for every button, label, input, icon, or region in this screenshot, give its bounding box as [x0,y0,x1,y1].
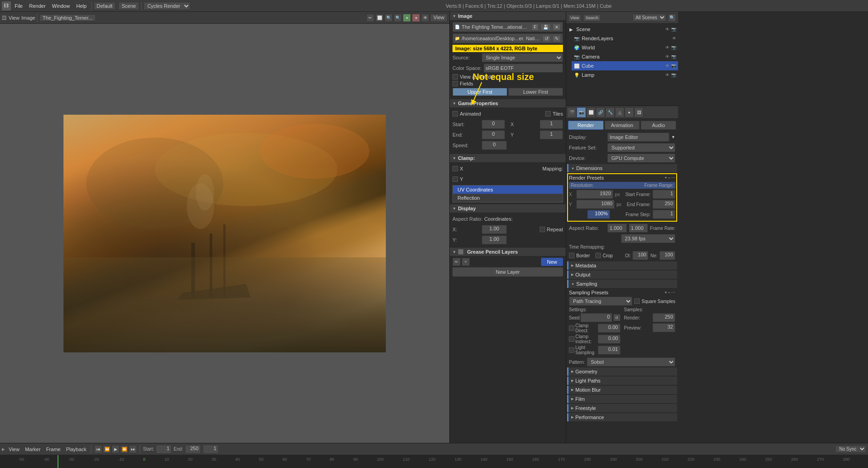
audio-subtab[interactable]: Audio [641,121,676,130]
presets-add-icon[interactable]: + [664,176,667,180]
outliner-item-cube[interactable]: ⬜ Cube 👁 📷 [572,61,678,70]
search-icon[interactable]: 🔍 [668,14,676,22]
view-timeline[interactable]: View [7,446,21,452]
upper-first-tab[interactable]: Upper First [452,88,507,96]
render-subtab[interactable]: Render [568,121,604,130]
path-tracing-select[interactable]: Path Tracing [569,297,632,306]
world-render[interactable]: 📷 [671,45,676,50]
engine-select[interactable]: Cycles Render [143,2,190,10]
light-paths-header[interactable]: ▶ Light Paths [567,377,677,385]
performance-header[interactable]: ▶ Performance [567,413,677,421]
object-tab[interactable]: ⬜ [586,107,595,117]
material-tab[interactable]: ● [625,107,634,117]
clamp-y-cb[interactable] [452,176,458,182]
scene-tab[interactable]: 🎬 [567,107,576,117]
source-select[interactable]: Single Image [482,53,563,62]
blender-icon[interactable]: 🎞 [2,1,11,11]
clamp-direct-cb[interactable] [569,325,574,331]
framerate-select[interactable]: 23.98 fps [621,234,676,243]
filename-display[interactable]: The_Fighting_Temer... [39,14,95,21]
data-tab[interactable]: △ [615,107,624,117]
scene-vis[interactable]: 👁 [665,27,669,32]
outliner-item-world[interactable]: 🌍 World 👁 📷 [572,43,678,52]
lamp-vis[interactable]: 👁 [665,73,669,77]
end-frame-tl[interactable]: 250 [185,445,201,454]
aspect-y-value[interactable]: 1.00 [482,235,507,245]
pct-input[interactable]: 100% [587,210,610,219]
aspect-x-value[interactable]: 1.00 [482,225,507,234]
film-header[interactable]: ▶ Film [567,395,677,403]
zoom-out-icon[interactable]: 🔍 [394,14,402,22]
next-frame-btn[interactable]: ⏩ [120,445,128,453]
output-header[interactable]: ▶ Output [567,271,677,279]
animation-subtab[interactable]: Animation [605,121,640,130]
reload-btn[interactable]: ↺ [542,35,551,42]
cube-vis[interactable]: 👁 [665,64,669,68]
fields-cb[interactable] [452,81,458,86]
light-sampling-input[interactable]: 0.01 [598,346,621,355]
zoom-fit-icon[interactable]: ⬜ [375,14,384,22]
rl-vis[interactable]: 👁 [672,36,676,41]
current-frame-tl[interactable]: 1 [203,445,219,454]
frame-step-input[interactable]: 1 [652,210,675,219]
scenes-select[interactable]: All Scenes [632,14,666,21]
scene-selector[interactable]: Scene [118,2,139,10]
gp-pencil-btn[interactable]: ✏ [452,258,461,266]
edit-btn[interactable]: ✎ [552,35,561,42]
sampling-header[interactable]: ▼ Sampling [567,280,677,288]
crop-cb[interactable] [595,253,601,258]
res-x-input[interactable]: 1920 [576,190,613,199]
menu-help[interactable]: Help [74,2,89,10]
border-cb[interactable] [569,253,574,258]
image-section-header[interactable]: ▼ Image [450,12,566,20]
constraints-tab[interactable]: 🔗 [596,107,605,117]
slot-icon[interactable]: ● [412,14,420,22]
gp-header[interactable]: ▼ Grease Pencil Layers [450,248,566,256]
mapping-uv-item[interactable]: UV Coordinates [453,186,563,194]
jump-start-btn[interactable]: ⏮ [94,445,102,453]
tiles-cb[interactable] [545,111,551,117]
x-tile-value[interactable]: 1 [540,120,563,129]
menu-file[interactable]: File [12,2,26,10]
clamp-direct-input[interactable]: 0.00 [598,324,621,333]
end-value[interactable]: 0 [482,130,505,139]
samp-ellipsis-icon[interactable]: ⋯ [671,290,675,295]
animated-cb[interactable] [452,111,458,117]
frame-timeline[interactable]: Frame [44,446,63,452]
playback-timeline[interactable]: Playback [64,446,89,452]
display-header[interactable]: ▼ Display [450,204,566,213]
camera-vis[interactable]: 👁 [665,54,669,59]
freestyle-header[interactable]: ▶ Freestyle [567,404,677,412]
end-frame-input[interactable]: 250 [652,200,675,209]
y-tile-value[interactable]: 1 [540,130,563,139]
file-close-btn[interactable]: ✕ [552,24,561,31]
samp-add-icon[interactable]: + [664,290,667,295]
paint-icon[interactable]: ✏ [366,14,374,22]
gp-new-layer-btn[interactable]: New Layer [452,267,563,277]
outliner-item-camera[interactable]: 📷 Camera 👁 📷 [572,52,678,61]
clamp-x-cb[interactable] [452,166,458,171]
preview-samples-input[interactable]: 32 [652,323,675,332]
outliner-item-scene[interactable]: ▶ Scene 👁 📷 [566,25,678,34]
jump-end-btn[interactable]: ⏭ [129,445,137,453]
sync-select[interactable]: No Sync [835,445,866,453]
world-vis[interactable]: 👁 [665,45,669,50]
view-btn-r[interactable]: View [568,14,581,21]
gp-enable-cb[interactable] [458,249,463,255]
scene-render[interactable]: 📷 [671,27,676,32]
marker-timeline[interactable]: Marker [23,446,42,452]
view-btn[interactable]: View [430,14,447,22]
camera-render[interactable]: 📷 [671,54,676,59]
geometry-header[interactable]: ▶ Geometry [567,367,677,376]
toolbar-view[interactable]: View [9,15,20,21]
dimensions-header[interactable]: ▼ Dimensions [567,164,677,172]
clamp-indirect-input[interactable]: 0.00 [598,335,621,344]
gp-add-btn[interactable]: + [462,258,470,266]
texture-tab[interactable]: 🖼 [634,107,643,117]
prev-frame-btn[interactable]: ⏪ [103,445,111,453]
game-props-header[interactable]: ▼ Game Properties [450,99,566,107]
clamp-header[interactable]: ▼ Clamp: [450,154,566,162]
play-btn[interactable]: ▶ [111,445,120,453]
view-as-render-cb[interactable] [452,74,458,80]
samp-minus-icon[interactable]: − [668,290,670,295]
